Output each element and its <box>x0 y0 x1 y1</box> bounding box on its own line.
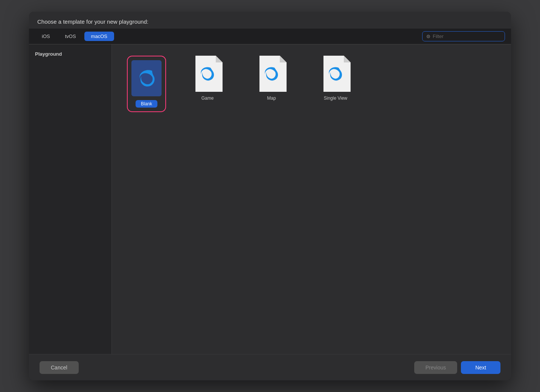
template-chooser-dialog: Choose a template for your new playgroun… <box>29 12 511 380</box>
template-item-map[interactable]: Map <box>249 56 294 112</box>
content-area: Playground Blank <box>29 44 511 354</box>
map-label: Map <box>267 96 276 101</box>
svg-rect-0 <box>131 60 162 96</box>
tab-bar: iOS tvOS macOS ⊜ <box>29 29 511 44</box>
template-item-single-view[interactable]: Single View <box>313 56 358 112</box>
bottom-bar: Cancel Previous Next <box>29 354 511 380</box>
template-item-blank[interactable]: Blank <box>127 56 166 112</box>
single-view-label: Single View <box>324 96 347 101</box>
sidebar-section-title: Playground <box>29 50 111 61</box>
template-item-game[interactable]: Game <box>185 56 230 112</box>
tab-group: iOS tvOS macOS <box>35 29 114 44</box>
navigation-buttons: Previous Next <box>414 361 500 374</box>
dialog-title: Choose a template for your new playgroun… <box>29 12 511 29</box>
blank-label: Blank <box>136 100 157 108</box>
filter-box: ⊜ <box>422 31 505 41</box>
game-label: Game <box>201 96 214 101</box>
map-file-icon <box>256 56 287 92</box>
tab-macos[interactable]: macOS <box>84 32 114 41</box>
blank-file-icon <box>131 60 162 96</box>
filter-input[interactable] <box>433 33 501 39</box>
sidebar: Playground <box>29 44 112 354</box>
single-view-file-icon <box>320 56 351 92</box>
next-button[interactable]: Next <box>461 361 500 374</box>
filter-icon: ⊜ <box>426 33 430 39</box>
cancel-button[interactable]: Cancel <box>40 361 79 374</box>
tab-tvos[interactable]: tvOS <box>58 32 83 41</box>
previous-button[interactable]: Previous <box>414 361 457 374</box>
tab-ios[interactable]: iOS <box>35 32 57 41</box>
game-file-icon <box>192 56 223 92</box>
template-grid: Blank Game <box>112 44 511 354</box>
